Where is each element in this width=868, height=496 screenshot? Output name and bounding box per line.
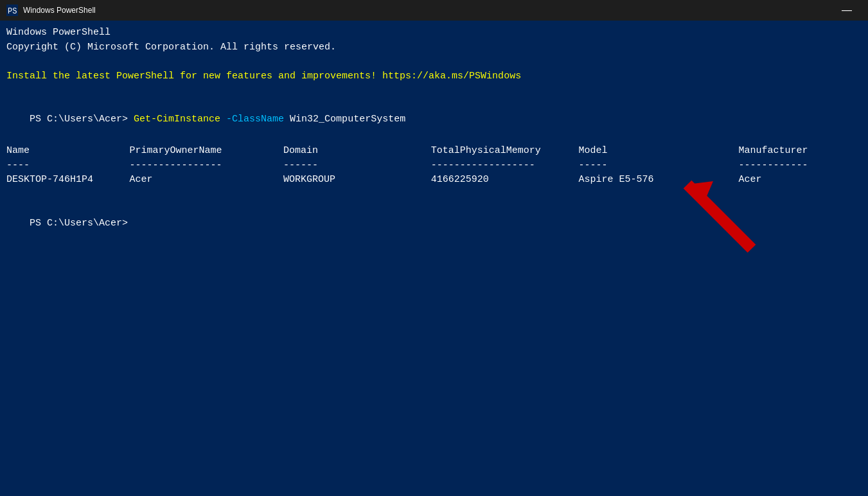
table-data-row: DESKTOP-746H1P4 Acer WORKGROUP 416622592… — [6, 173, 862, 188]
data-memory: 4166225920 — [431, 173, 579, 188]
console-body: Windows PowerShell Copyright (C) Microso… — [0, 21, 868, 251]
div-memory: ------------------ — [431, 159, 579, 173]
console-line-4: Install the latest PowerShell for new fe… — [6, 69, 862, 84]
header-primary: PrimaryOwnerName — [130, 144, 283, 159]
command-value: Win32_ComputerSystem — [284, 114, 405, 125]
data-name: DESKTOP-746H1P4 — [6, 173, 130, 188]
data-primary: Acer — [130, 173, 283, 188]
console-line-5 — [6, 84, 862, 98]
div-domain: ------ — [283, 159, 431, 173]
blank-line — [6, 188, 862, 202]
header-domain: Domain — [283, 144, 431, 159]
header-memory: TotalPhysicalMemory — [431, 144, 579, 159]
console-line-1: Windows PowerShell — [6, 26, 862, 40]
titlebar: PS Windows PowerShell — — [0, 0, 868, 21]
data-model: Aspire E5-576 — [579, 173, 739, 188]
prompt-2: PS C:\Users\Acer> — [30, 218, 134, 229]
div-mfr: ------------ — [739, 159, 862, 173]
powershell-icon: PS — [6, 4, 18, 16]
div-name: ---- — [6, 159, 130, 173]
data-mfr: Acer — [739, 173, 862, 188]
div-primary: ---------------- — [130, 159, 283, 173]
command-text: Get-CimInstance — [134, 114, 220, 125]
minimize-button[interactable]: — — [832, 0, 862, 21]
table-divider-row: ---- ---------------- ------ -----------… — [6, 159, 862, 173]
console-prompt-2: PS C:\Users\Acer> — [6, 202, 862, 245]
table-header-row: Name PrimaryOwnerName Domain TotalPhysic… — [6, 144, 862, 159]
div-model: ----- — [579, 159, 739, 173]
svg-text:PS: PS — [8, 7, 17, 16]
data-domain: WORKGROUP — [283, 173, 431, 188]
header-model: Model — [579, 144, 739, 159]
window-title: Windows PowerShell — [23, 6, 96, 15]
prompt-1: PS C:\Users\Acer> — [30, 114, 134, 125]
header-name: Name — [6, 144, 130, 159]
console-line-2: Copyright (C) Microsoft Corporation. All… — [6, 40, 862, 55]
header-mfr: Manufacturer — [739, 144, 862, 159]
console-line-3 — [6, 55, 862, 69]
table-output: Name PrimaryOwnerName Domain TotalPhysic… — [6, 144, 862, 188]
command-param: -ClassName — [220, 114, 284, 125]
console-command-line: PS C:\Users\Acer> Get-CimInstance -Class… — [6, 98, 862, 142]
